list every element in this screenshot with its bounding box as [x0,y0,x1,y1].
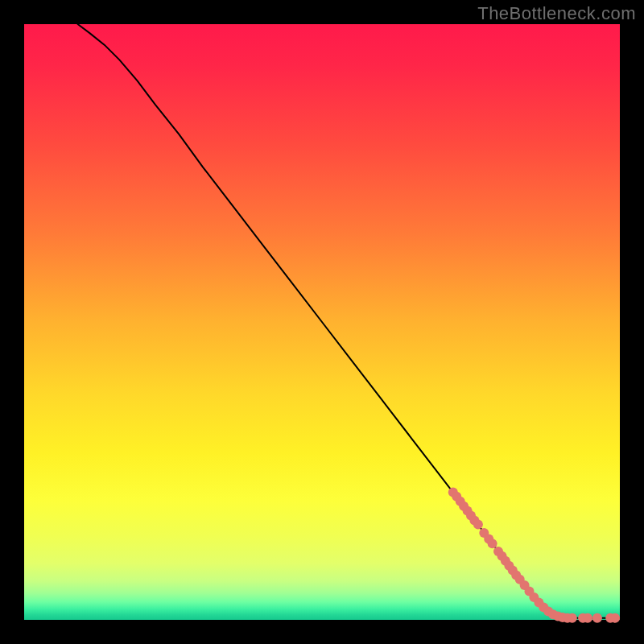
data-marker [473,520,483,530]
chart-stage: TheBottleneck.com [0,0,644,644]
watermark-label: TheBottleneck.com [477,3,636,24]
data-marker [592,613,602,623]
data-marker [583,613,592,623]
data-marker [610,613,620,623]
data-marker [568,613,577,623]
bottleneck-chart [0,0,644,644]
data-marker [488,539,497,548]
